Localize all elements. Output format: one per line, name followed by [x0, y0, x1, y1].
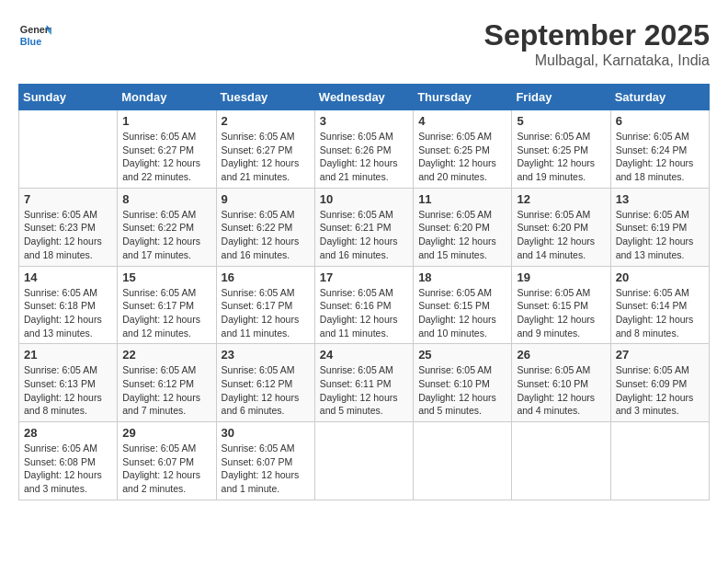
calendar-day-cell: 2Sunrise: 6:05 AMSunset: 6:27 PMDaylight… [216, 110, 314, 189]
calendar-day-cell: 28Sunrise: 6:05 AMSunset: 6:08 PMDayligh… [19, 422, 118, 500]
calendar-day-cell: 29Sunrise: 6:05 AMSunset: 6:07 PMDayligh… [118, 422, 216, 500]
calendar-day-cell: 23Sunrise: 6:05 AMSunset: 6:12 PMDayligh… [216, 344, 314, 422]
calendar-day-cell: 1Sunrise: 6:05 AMSunset: 6:27 PMDaylight… [118, 110, 216, 189]
calendar-day-cell: 11Sunrise: 6:05 AMSunset: 6:20 PMDayligh… [414, 188, 512, 266]
day-number: 17 [320, 270, 408, 284]
day-number: 15 [122, 270, 210, 284]
calendar-day-cell [512, 422, 610, 500]
day-info: Sunrise: 6:05 AMSunset: 6:10 PMDaylight:… [418, 363, 506, 418]
day-number: 5 [517, 114, 605, 128]
day-info: Sunrise: 6:05 AMSunset: 6:27 PMDaylight:… [122, 130, 210, 184]
day-number: 7 [24, 192, 112, 206]
page-header: General Blue September 2025 Mulbagal, Ka… [18, 18, 710, 69]
day-of-week-header: Friday [512, 85, 610, 110]
day-number: 19 [517, 270, 605, 284]
day-number: 16 [222, 270, 310, 284]
calendar-week-row: 7Sunrise: 6:05 AMSunset: 6:23 PMDaylight… [19, 188, 710, 266]
location-subtitle: Mulbagal, Karnataka, India [484, 52, 710, 69]
day-info: Sunrise: 6:05 AMSunset: 6:11 PMDaylight:… [320, 363, 408, 418]
day-of-week-header: Sunday [19, 85, 118, 110]
calendar-day-cell: 21Sunrise: 6:05 AMSunset: 6:13 PMDayligh… [19, 344, 118, 422]
day-number: 12 [517, 192, 605, 206]
day-info: Sunrise: 6:05 AMSunset: 6:23 PMDaylight:… [24, 208, 112, 262]
day-info: Sunrise: 6:05 AMSunset: 6:21 PMDaylight:… [320, 208, 408, 262]
day-info: Sunrise: 6:05 AMSunset: 6:27 PMDaylight:… [222, 130, 310, 184]
day-number: 1 [122, 114, 210, 128]
day-info: Sunrise: 6:05 AMSunset: 6:25 PMDaylight:… [517, 130, 605, 184]
calendar-body: 1Sunrise: 6:05 AMSunset: 6:27 PMDaylight… [19, 110, 710, 500]
day-number: 11 [418, 192, 506, 206]
calendar-day-cell: 19Sunrise: 6:05 AMSunset: 6:15 PMDayligh… [512, 266, 610, 344]
calendar-day-cell: 18Sunrise: 6:05 AMSunset: 6:15 PMDayligh… [414, 266, 512, 344]
calendar-day-cell [414, 422, 512, 500]
day-info: Sunrise: 6:05 AMSunset: 6:20 PMDaylight:… [517, 208, 605, 262]
day-of-week-header: Wednesday [314, 85, 413, 110]
calendar-day-cell [314, 422, 413, 500]
calendar-day-cell: 14Sunrise: 6:05 AMSunset: 6:18 PMDayligh… [19, 266, 118, 344]
day-number: 22 [122, 348, 210, 362]
calendar-day-cell: 3Sunrise: 6:05 AMSunset: 6:26 PMDaylight… [314, 110, 413, 189]
day-info: Sunrise: 6:05 AMSunset: 6:07 PMDaylight:… [122, 442, 210, 496]
day-number: 28 [24, 426, 112, 440]
day-info: Sunrise: 6:05 AMSunset: 6:14 PMDaylight:… [616, 286, 704, 340]
day-number: 10 [320, 192, 408, 206]
day-number: 24 [320, 348, 408, 362]
month-year-title: September 2025 [484, 18, 710, 52]
day-number: 21 [24, 348, 112, 362]
calendar-day-cell: 4Sunrise: 6:05 AMSunset: 6:25 PMDaylight… [414, 110, 512, 189]
day-info: Sunrise: 6:05 AMSunset: 6:24 PMDaylight:… [616, 130, 704, 184]
title-block: September 2025 Mulbagal, Karnataka, Indi… [484, 18, 710, 69]
calendar-day-cell: 17Sunrise: 6:05 AMSunset: 6:16 PMDayligh… [314, 266, 413, 344]
day-number: 18 [418, 270, 506, 284]
day-number: 23 [222, 348, 310, 362]
calendar-day-cell: 16Sunrise: 6:05 AMSunset: 6:17 PMDayligh… [216, 266, 314, 344]
day-number: 8 [122, 192, 210, 206]
day-number: 9 [222, 192, 310, 206]
day-of-week-header: Monday [118, 85, 216, 110]
calendar-day-cell: 27Sunrise: 6:05 AMSunset: 6:09 PMDayligh… [610, 344, 709, 422]
day-of-week-header: Tuesday [216, 85, 314, 110]
svg-text:Blue: Blue [20, 36, 41, 47]
day-info: Sunrise: 6:05 AMSunset: 6:09 PMDaylight:… [616, 363, 704, 418]
calendar-day-cell [19, 110, 118, 189]
day-of-week-header: Saturday [610, 85, 709, 110]
day-info: Sunrise: 6:05 AMSunset: 6:22 PMDaylight:… [122, 208, 210, 262]
day-number: 3 [320, 114, 408, 128]
calendar-week-row: 21Sunrise: 6:05 AMSunset: 6:13 PMDayligh… [19, 344, 710, 422]
day-number: 25 [418, 348, 506, 362]
day-number: 14 [24, 270, 112, 284]
day-info: Sunrise: 6:05 AMSunset: 6:15 PMDaylight:… [418, 286, 506, 340]
calendar-week-row: 1Sunrise: 6:05 AMSunset: 6:27 PMDaylight… [19, 110, 710, 189]
calendar-week-row: 28Sunrise: 6:05 AMSunset: 6:08 PMDayligh… [19, 422, 710, 500]
calendar-day-cell: 26Sunrise: 6:05 AMSunset: 6:10 PMDayligh… [512, 344, 610, 422]
day-number: 13 [616, 192, 704, 206]
calendar-day-cell: 5Sunrise: 6:05 AMSunset: 6:25 PMDaylight… [512, 110, 610, 189]
day-info: Sunrise: 6:05 AMSunset: 6:22 PMDaylight:… [222, 208, 310, 262]
day-info: Sunrise: 6:05 AMSunset: 6:08 PMDaylight:… [24, 442, 112, 496]
calendar-day-cell: 9Sunrise: 6:05 AMSunset: 6:22 PMDaylight… [216, 188, 314, 266]
day-number: 20 [616, 270, 704, 284]
day-info: Sunrise: 6:05 AMSunset: 6:17 PMDaylight:… [122, 286, 210, 340]
day-number: 4 [418, 114, 506, 128]
day-info: Sunrise: 6:05 AMSunset: 6:16 PMDaylight:… [320, 286, 408, 340]
day-number: 2 [222, 114, 310, 128]
calendar-day-cell: 7Sunrise: 6:05 AMSunset: 6:23 PMDaylight… [19, 188, 118, 266]
day-info: Sunrise: 6:05 AMSunset: 6:13 PMDaylight:… [24, 363, 112, 418]
day-info: Sunrise: 6:05 AMSunset: 6:25 PMDaylight:… [418, 130, 506, 184]
day-info: Sunrise: 6:05 AMSunset: 6:12 PMDaylight:… [222, 363, 310, 418]
calendar-day-cell: 8Sunrise: 6:05 AMSunset: 6:22 PMDaylight… [118, 188, 216, 266]
day-number: 27 [616, 348, 704, 362]
day-info: Sunrise: 6:05 AMSunset: 6:12 PMDaylight:… [122, 363, 210, 418]
calendar-day-cell: 24Sunrise: 6:05 AMSunset: 6:11 PMDayligh… [314, 344, 413, 422]
day-number: 6 [616, 114, 704, 128]
day-info: Sunrise: 6:05 AMSunset: 6:10 PMDaylight:… [517, 363, 605, 418]
day-number: 30 [222, 426, 310, 440]
calendar-day-cell: 25Sunrise: 6:05 AMSunset: 6:10 PMDayligh… [414, 344, 512, 422]
day-info: Sunrise: 6:05 AMSunset: 6:26 PMDaylight:… [320, 130, 408, 184]
day-of-week-header: Thursday [414, 85, 512, 110]
logo-icon: General Blue [18, 18, 51, 52]
calendar-day-cell: 22Sunrise: 6:05 AMSunset: 6:12 PMDayligh… [118, 344, 216, 422]
logo: General Blue [18, 18, 51, 52]
calendar-day-cell [610, 422, 709, 500]
day-number: 26 [517, 348, 605, 362]
